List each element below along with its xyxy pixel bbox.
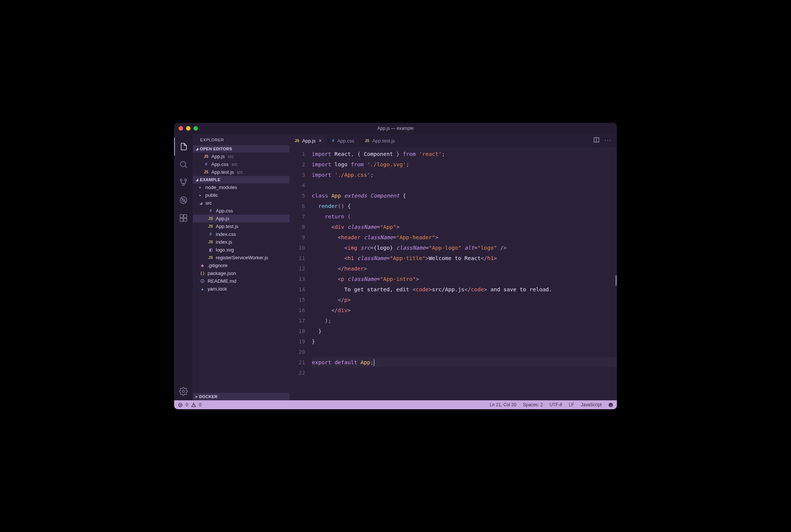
extensions-icon[interactable] bbox=[174, 209, 193, 227]
file-type-icon: ◧ bbox=[208, 248, 214, 252]
code-line[interactable]: <img src={logo} className="App-logo" alt… bbox=[312, 243, 617, 253]
close-window-button[interactable] bbox=[179, 126, 183, 131]
scrollbar-marker[interactable] bbox=[615, 275, 617, 286]
section-workspace[interactable]: ◢ EXAMPLE bbox=[193, 176, 289, 183]
tab-label: App.test.js bbox=[372, 138, 395, 144]
settings-gear-icon[interactable] bbox=[174, 382, 193, 400]
file-type-icon: ⓘ bbox=[199, 279, 205, 284]
minimize-window-button[interactable] bbox=[186, 126, 190, 131]
eol[interactable]: LF bbox=[569, 402, 574, 407]
main-area: EXPLORER ◢ OPEN EDITORS JS App.js src # … bbox=[174, 134, 617, 400]
file-item[interactable]: ◧ logo.svg bbox=[193, 246, 289, 254]
line-number: 7 bbox=[289, 211, 305, 222]
code-line[interactable] bbox=[312, 347, 617, 357]
file-type-icon: JS bbox=[295, 139, 299, 143]
code-line[interactable]: class App extends Component { bbox=[312, 190, 617, 201]
code-line[interactable]: import logo from './logo.svg'; bbox=[312, 159, 617, 170]
file-type-icon: ◆ bbox=[199, 263, 205, 267]
file-item[interactable]: { } package.json bbox=[193, 269, 289, 277]
file-type-icon: JS bbox=[208, 256, 214, 260]
code-line[interactable]: </div> bbox=[312, 305, 617, 315]
chevron-right-icon: ▸ bbox=[199, 185, 203, 189]
explorer-icon[interactable] bbox=[174, 138, 193, 156]
svg-point-14 bbox=[610, 404, 611, 405]
close-tab-icon[interactable]: × bbox=[318, 138, 321, 144]
folder-item[interactable]: ▸ public bbox=[193, 191, 289, 199]
folder-item[interactable]: ▸ node_modules bbox=[193, 183, 289, 191]
more-actions-icon[interactable]: ··· bbox=[605, 137, 612, 144]
file-item[interactable]: ⓘ README.md bbox=[193, 277, 289, 285]
code-line[interactable]: </header> bbox=[312, 263, 617, 274]
code-content[interactable]: import React, { Component } from 'react'… bbox=[312, 147, 617, 400]
file-name: App.css bbox=[216, 208, 233, 214]
errors-count[interactable]: 0 bbox=[186, 402, 188, 407]
warnings-count[interactable]: 0 bbox=[199, 402, 202, 407]
svg-point-13 bbox=[609, 403, 613, 407]
code-line[interactable]: <h1 className="App-title">Welcome to Rea… bbox=[312, 253, 617, 263]
line-number: 10 bbox=[289, 243, 305, 253]
search-icon[interactable] bbox=[174, 156, 193, 173]
section-open-editors-label: OPEN EDITORS bbox=[200, 147, 232, 151]
file-item[interactable]: JS registerServiceWorker.js bbox=[193, 254, 289, 262]
code-line[interactable]: import React, { Component } from 'react'… bbox=[312, 149, 617, 159]
file-item[interactable]: ◆ .gitignore bbox=[193, 262, 289, 269]
split-editor-icon[interactable] bbox=[593, 137, 599, 144]
section-open-editors[interactable]: ◢ OPEN EDITORS bbox=[193, 145, 289, 153]
svg-point-0 bbox=[180, 161, 186, 167]
code-line[interactable]: <div className="App"> bbox=[312, 222, 617, 232]
code-line[interactable]: </p> bbox=[312, 295, 617, 305]
line-number: 3 bbox=[289, 170, 305, 180]
chevron-right-icon: ▸ bbox=[199, 193, 203, 197]
file-name: App.test.js bbox=[216, 224, 238, 229]
code-line[interactable] bbox=[312, 368, 617, 378]
debug-icon[interactable] bbox=[174, 191, 193, 209]
code-line[interactable]: import './App.css'; bbox=[312, 170, 617, 180]
file-item[interactable]: # index.css bbox=[193, 230, 289, 238]
file-item[interactable]: JS App.test.js bbox=[193, 222, 289, 230]
code-line[interactable]: <p className="App-intro"> bbox=[312, 274, 617, 284]
sidebar: EXPLORER ◢ OPEN EDITORS JS App.js src # … bbox=[193, 134, 289, 400]
encoding[interactable]: UTF-8 bbox=[550, 402, 562, 407]
code-line[interactable]: } bbox=[312, 326, 617, 336]
warnings-icon[interactable] bbox=[191, 403, 196, 407]
file-name: index.js bbox=[216, 239, 232, 245]
section-docker[interactable]: ▸ DOCKER bbox=[193, 393, 289, 400]
line-number: 19 bbox=[289, 336, 305, 347]
maximize-window-button[interactable] bbox=[193, 126, 198, 131]
line-gutter: 12345678910111213141516171819202122 bbox=[289, 147, 312, 400]
code-line[interactable]: render() { bbox=[312, 201, 617, 211]
file-item[interactable]: JS App.js bbox=[193, 215, 289, 222]
open-editor-item[interactable]: # App.css src bbox=[193, 160, 289, 168]
file-name: yarn.lock bbox=[208, 286, 227, 292]
open-editor-item[interactable]: JS App.js src bbox=[193, 153, 289, 160]
code-line[interactable]: return ( bbox=[312, 211, 617, 222]
code-line[interactable]: To get started, edit <code>src/App.js</c… bbox=[312, 284, 617, 295]
file-type-icon: { } bbox=[199, 271, 205, 275]
code-line[interactable]: <header className="App-header"> bbox=[312, 232, 617, 243]
open-editor-item[interactable]: JS App.test.js src bbox=[193, 168, 289, 176]
editor-tab[interactable]: # App.css bbox=[327, 134, 360, 147]
file-item[interactable]: JS index.js bbox=[193, 238, 289, 246]
editor-tab[interactable]: JS App.test.js bbox=[359, 134, 400, 147]
tab-bar: JS App.js × # App.css JS App.test.js ··· bbox=[289, 134, 617, 147]
svg-rect-6 bbox=[180, 215, 183, 218]
code-line[interactable]: ); bbox=[312, 315, 617, 326]
file-type-icon: JS bbox=[208, 224, 214, 228]
errors-icon[interactable] bbox=[178, 403, 183, 407]
folder-item[interactable]: ◢ src bbox=[193, 199, 289, 207]
line-number: 13 bbox=[289, 274, 305, 284]
feedback-smiley-icon[interactable] bbox=[608, 403, 613, 407]
code-editor[interactable]: 12345678910111213141516171819202122 impo… bbox=[289, 147, 617, 400]
cursor-position[interactable]: Ln 21, Col 20 bbox=[490, 402, 516, 407]
code-line[interactable]: } bbox=[312, 336, 617, 347]
line-number: 20 bbox=[289, 347, 305, 357]
source-control-icon[interactable] bbox=[174, 173, 193, 191]
file-item[interactable]: ▲ yarn.lock bbox=[193, 285, 289, 293]
code-line[interactable] bbox=[312, 180, 617, 190]
file-name: logo.svg bbox=[216, 247, 234, 253]
indentation[interactable]: Spaces: 2 bbox=[523, 402, 543, 407]
file-item[interactable]: # App.css bbox=[193, 207, 289, 215]
editor-tab[interactable]: JS App.js × bbox=[289, 134, 327, 147]
file-type-icon: JS bbox=[208, 240, 214, 244]
language-mode[interactable]: JavaScript bbox=[581, 402, 602, 407]
